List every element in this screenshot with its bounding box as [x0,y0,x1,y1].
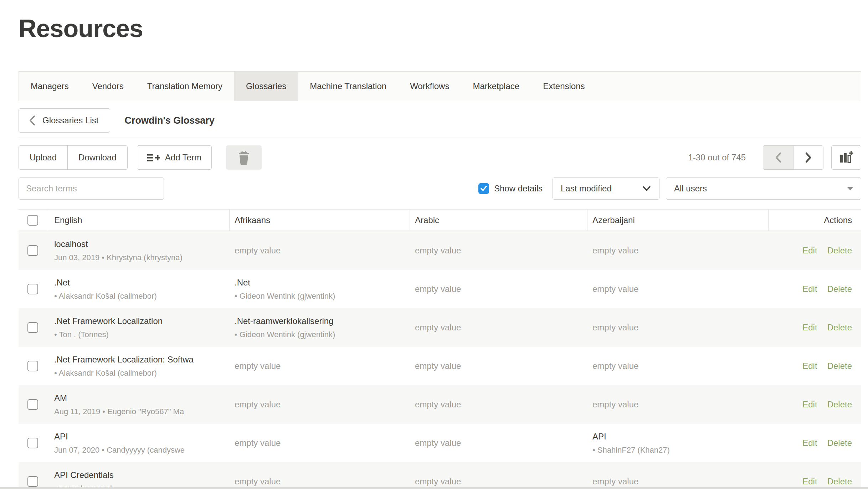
tab-glossaries[interactable]: Glossaries [234,72,298,101]
delete-link[interactable]: Delete [827,284,852,294]
empty-value-label: empty value [592,477,769,487]
edit-link[interactable]: Edit [802,284,817,294]
edit-link[interactable]: Edit [802,400,817,410]
users-select-value: All users [674,184,707,194]
empty-value-label: empty value [235,477,410,487]
divider [19,138,861,138]
term-meta: • Gideon Wentink (gjwentink) [235,292,410,301]
cell-azerbaijani: empty value [587,231,769,270]
add-term-icon [147,152,160,163]
delete-link[interactable]: Delete [827,400,852,410]
empty-value-label: empty value [415,477,587,487]
tab-translation-memory[interactable]: Translation Memory [135,72,234,101]
row-checkbox[interactable] [27,476,38,487]
cell-arabic: empty value [410,231,587,270]
show-details-checkbox[interactable] [478,183,489,194]
term-row: API Credentials• powerburner-nlempty val… [19,462,861,489]
tab-managers[interactable]: Managers [19,72,81,101]
pager [763,145,823,170]
glossaries-list-back-button[interactable]: Glossaries List [19,108,110,133]
cell-english: .Net• Alaksandr Košal (callmebor) [47,270,230,308]
delete-link[interactable]: Delete [827,323,852,333]
dropdown-arrow-icon [847,187,853,190]
cell-afrikaans: empty value [230,231,410,270]
chevron-down-icon [642,185,651,192]
term-text: .Net [54,278,230,288]
prev-page-button[interactable] [763,146,793,169]
edit-link[interactable]: Edit [802,323,817,333]
tab-vendors[interactable]: Vendors [81,72,135,101]
cell-azerbaijani: empty value [587,308,769,347]
add-term-button[interactable]: Add Term [137,145,212,170]
row-checkbox[interactable] [27,284,38,294]
term-text: API Credentials [54,470,230,480]
edit-link[interactable]: Edit [802,477,817,487]
sort-select[interactable]: Last modified [553,177,659,200]
term-meta: Jun 07, 2020 • Candyyyyy (candyswe [54,446,230,455]
term-meta: • Ton . (Tonnes) [54,330,230,339]
edit-link[interactable]: Edit [802,438,817,448]
cell-actions: EditDelete [769,270,861,308]
tab-extensions[interactable]: Extensions [531,72,596,101]
cell-azerbaijani: empty value [587,385,769,424]
cell-actions: EditDelete [769,424,861,462]
row-checkbox[interactable] [27,361,38,371]
cell-actions: EditDelete [769,462,861,489]
chevron-right-icon [804,151,813,164]
tab-marketplace[interactable]: Marketplace [461,72,531,101]
edit-link[interactable]: Edit [802,361,817,371]
empty-value-label: empty value [415,361,587,371]
cell-actions: EditDelete [769,347,861,385]
row-checkbox[interactable] [27,322,38,333]
glossary-title: Crowdin's Glossary [124,115,215,126]
delete-selected-button[interactable] [226,145,262,170]
filter-row: Show details Last modified All users [19,177,861,200]
column-header-afrikaans: Afrikaans [230,210,410,231]
cell-afrikaans: empty value [230,385,410,424]
resources-tab-bar: ManagersVendorsTranslation MemoryGlossar… [19,71,861,101]
tab-machine-translation[interactable]: Machine Translation [298,72,398,101]
empty-value-label: empty value [415,400,587,410]
cell-actions: EditDelete [769,231,861,270]
delete-link[interactable]: Delete [827,438,852,448]
next-page-button[interactable] [793,146,823,169]
empty-value-label: empty value [592,323,769,333]
row-checkbox[interactable] [27,245,38,256]
horizontal-scrollbar[interactable] [0,487,868,489]
pagination-label: 1-30 out of 745 [688,153,746,163]
add-term-label: Add Term [165,153,201,163]
cell-english: AMAug 11, 2019 • Eugenio "Ryo567" Ma [47,385,230,424]
cell-actions: EditDelete [769,308,861,347]
empty-value-label: empty value [235,361,410,371]
glossary-breadcrumb-row: Glossaries List Crowdin's Glossary [19,108,861,133]
tab-workflows[interactable]: Workflows [398,72,461,101]
search-input[interactable] [19,177,164,200]
empty-value-label: empty value [235,246,410,256]
upload-download-group: Upload Download [19,145,128,170]
empty-value-label: empty value [415,246,587,256]
delete-link[interactable]: Delete [827,477,852,487]
empty-value-label: empty value [592,400,769,410]
row-checkbox[interactable] [27,438,38,448]
term-meta: • ShahinF27 (Khan27) [592,446,769,455]
empty-value-label: empty value [592,246,769,256]
edit-link[interactable]: Edit [802,246,817,256]
users-select[interactable]: All users [666,177,861,200]
term-row: AMAug 11, 2019 • Eugenio "Ryo567" Maempt… [19,385,861,424]
term-meta: Aug 11, 2019 • Eugenio "Ryo567" Ma [54,407,230,416]
select-all-checkbox[interactable] [27,215,38,226]
columns-icon [839,150,854,165]
row-checkbox[interactable] [27,399,38,410]
column-header-azerbaijani: Azerbaijani [587,210,769,231]
chevron-left-icon [28,115,36,126]
delete-link[interactable]: Delete [827,361,852,371]
sort-select-value: Last modified [561,184,612,194]
manage-columns-button[interactable] [831,145,861,170]
upload-button[interactable]: Upload [19,146,67,169]
delete-link[interactable]: Delete [827,246,852,256]
cell-english: API Credentials• powerburner-nl [47,462,230,489]
term-text: AM [54,393,230,403]
download-button[interactable]: Download [67,146,127,169]
term-text: API [592,432,769,442]
cell-afrikaans: empty value [230,424,410,462]
